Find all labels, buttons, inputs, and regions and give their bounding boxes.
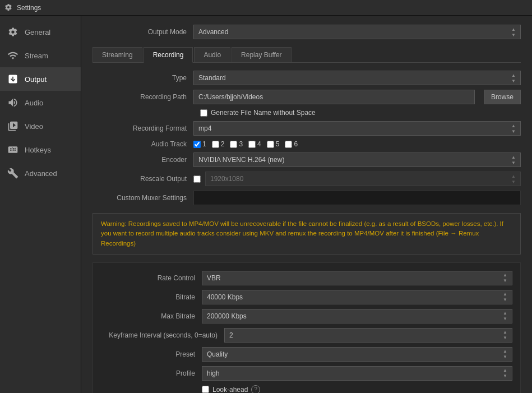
sidebar-stream-label: Stream — [25, 52, 48, 60]
sidebar-item-stream[interactable]: Stream — [0, 44, 81, 67]
sidebar-item-advanced[interactable]: Advanced — [0, 161, 81, 185]
window-title: Settings — [17, 4, 41, 12]
muxer-input[interactable] — [193, 191, 521, 205]
rate-control-row: Rate Control VBR ▲ ▼ — [101, 271, 512, 285]
look-ahead-checkbox[interactable] — [202, 386, 209, 393]
sidebar-general-label: General — [25, 28, 50, 36]
sidebar-item-video[interactable]: Video — [0, 114, 81, 138]
track-5-item: 5 — [267, 140, 280, 148]
track-3-label: 3 — [239, 140, 243, 148]
sidebar-item-general[interactable]: General — [0, 20, 81, 44]
tab-replay-buffer[interactable]: Replay Buffer — [232, 47, 292, 62]
type-select[interactable]: Standard ▲ ▼ — [193, 71, 521, 85]
recording-path-control: Browse — [193, 90, 521, 104]
rescale-checkbox[interactable] — [193, 175, 201, 183]
warning-box: Warning: Recordings saved to MP4/MOV wil… — [92, 213, 521, 255]
sidebar-output-label: Output — [25, 75, 47, 84]
sidebar-item-hotkeys[interactable]: Hotkeys — [0, 138, 81, 161]
recording-path-row: Recording Path Browse — [92, 90, 521, 104]
video-icon — [7, 120, 19, 132]
track-6-checkbox[interactable] — [285, 141, 292, 148]
muxer-control — [193, 191, 521, 205]
generate-filename-checkbox[interactable] — [200, 109, 207, 117]
tab-recording[interactable]: Recording — [144, 47, 193, 63]
rate-control-control[interactable]: VBR ▲ ▼ — [202, 271, 512, 285]
output-mode-row: Output Mode Advanced ▲ ▼ — [92, 25, 521, 39]
preset-label: Preset — [101, 350, 202, 358]
max-bitrate-control[interactable]: 200000 Kbps ▲ ▼ — [202, 309, 512, 323]
sidebar-item-audio[interactable]: Audio — [0, 91, 81, 114]
output-mode-control[interactable]: Advanced ▲ ▼ — [193, 25, 521, 39]
preset-select[interactable]: Quality ▲ ▼ — [202, 347, 512, 362]
bitrate-row: Bitrate 40000 Kbps ▲ ▼ — [101, 290, 512, 304]
gear-icon — [7, 26, 19, 38]
stream-icon — [7, 49, 19, 62]
content-area: Output Mode Advanced ▲ ▼ Streaming Recor… — [81, 16, 532, 393]
preset-row: Preset Quality ▲ ▼ — [101, 347, 512, 362]
track-1-item: 1 — [193, 140, 206, 148]
bitrate-control[interactable]: 40000 Kbps ▲ ▼ — [202, 290, 512, 304]
profile-select[interactable]: high ▲ ▼ — [202, 366, 512, 381]
track-3-checkbox[interactable] — [230, 141, 237, 148]
audio-tracks-control: 1 2 3 4 5 — [193, 140, 521, 148]
muxer-label: Custom Muxer Settings — [92, 194, 193, 202]
track-2-label: 2 — [221, 140, 225, 148]
profile-row: Profile high ▲ ▼ — [101, 366, 512, 381]
sidebar-advanced-label: Advanced — [25, 169, 57, 178]
main-layout: General Stream Output — [0, 16, 532, 393]
keyframe-control[interactable]: 2 ▲ ▼ — [224, 328, 512, 343]
tabs-container: Streaming Recording Audio Replay Buffer — [92, 47, 521, 63]
track-6-item: 6 — [285, 140, 298, 148]
track-2-item: 2 — [212, 140, 225, 148]
recording-path-label: Recording Path — [92, 93, 193, 101]
look-ahead-control: Look-ahead ? — [202, 385, 512, 393]
recording-format-select[interactable]: mp4 ▲ ▼ — [193, 121, 521, 136]
encoder-control[interactable]: NVIDIA NVENC H.264 (new) ▲ ▼ — [193, 152, 521, 167]
track-2-checkbox[interactable] — [212, 141, 219, 148]
rate-control-select[interactable]: VBR ▲ ▼ — [202, 271, 512, 285]
encoder-select[interactable]: NVIDIA NVENC H.264 (new) ▲ ▼ — [193, 152, 521, 167]
output-mode-label: Output Mode — [92, 28, 193, 36]
profile-label: Profile — [101, 369, 202, 377]
hotkeys-icon — [7, 144, 19, 156]
sidebar-item-output[interactable]: Output — [0, 67, 81, 91]
keyframe-input[interactable]: 2 ▲ ▼ — [224, 328, 512, 343]
output-mode-select[interactable]: Advanced ▲ ▼ — [193, 25, 521, 39]
recording-format-control[interactable]: mp4 ▲ ▼ — [193, 121, 521, 136]
profile-control[interactable]: high ▲ ▼ — [202, 366, 512, 381]
advanced-icon — [7, 167, 19, 179]
track-5-checkbox[interactable] — [267, 141, 274, 148]
recording-format-row: Recording Format mp4 ▲ ▼ — [92, 121, 521, 136]
tab-streaming[interactable]: Streaming — [92, 47, 142, 62]
track-4-label: 4 — [257, 140, 261, 148]
browse-button[interactable]: Browse — [484, 90, 521, 104]
track-1-checkbox[interactable] — [193, 141, 201, 148]
preset-control[interactable]: Quality ▲ ▼ — [202, 347, 512, 362]
encoder-section: Rate Control VBR ▲ ▼ Bitrate — [92, 262, 521, 393]
track-4-checkbox[interactable] — [248, 141, 256, 148]
rescale-select[interactable]: 1920x1080 ▲ ▼ — [205, 172, 521, 186]
rescale-row: Rescale Output 1920x1080 ▲ ▼ — [92, 172, 521, 186]
recording-path-input[interactable] — [193, 90, 475, 104]
max-bitrate-input[interactable]: 200000 Kbps ▲ ▼ — [202, 309, 512, 323]
tab-audio[interactable]: Audio — [194, 47, 230, 62]
rate-control-label: Rate Control — [101, 274, 202, 282]
audio-icon — [7, 96, 19, 109]
muxer-row: Custom Muxer Settings — [92, 191, 521, 205]
track-6-label: 6 — [294, 140, 298, 148]
bitrate-input[interactable]: 40000 Kbps ▲ ▼ — [202, 290, 512, 304]
track-3-item: 3 — [230, 140, 243, 148]
generate-filename-label: Generate File Name without Space — [211, 109, 316, 117]
generate-filename-row: Generate File Name without Space — [92, 109, 521, 117]
max-bitrate-label: Max Bitrate — [101, 312, 202, 320]
audio-track-row: Audio Track 1 2 3 4 — [92, 140, 521, 148]
encoder-label: Encoder — [92, 156, 193, 164]
look-ahead-help-icon[interactable]: ? — [251, 385, 260, 393]
sidebar-hotkeys-label: Hotkeys — [25, 146, 51, 154]
type-row: Type Standard ▲ ▼ — [92, 71, 521, 85]
sidebar: General Stream Output — [0, 16, 81, 393]
type-control[interactable]: Standard ▲ ▼ — [193, 71, 521, 85]
track-4-item: 4 — [248, 140, 261, 148]
settings-icon — [4, 3, 13, 12]
track-1-label: 1 — [202, 140, 206, 148]
